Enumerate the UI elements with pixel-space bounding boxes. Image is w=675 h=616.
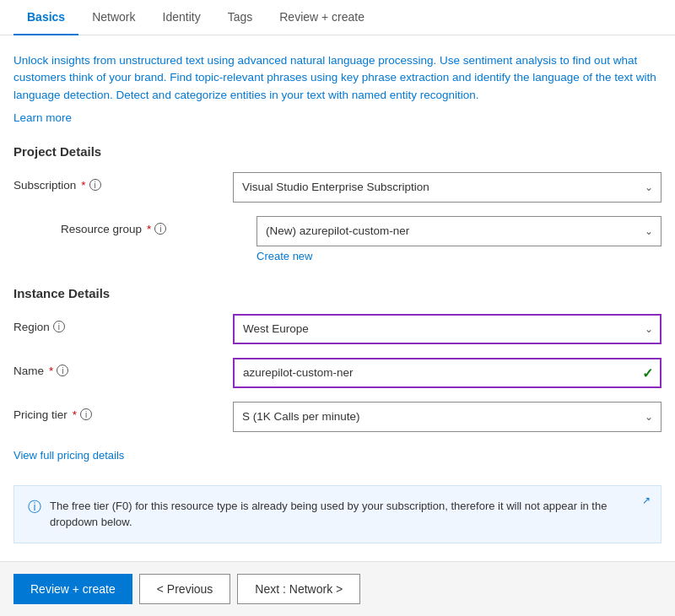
region-info-icon[interactable]: i <box>53 321 65 332</box>
name-row: Name * i ✓ <box>14 358 662 388</box>
pricing-required: * <box>73 408 77 421</box>
next-button[interactable]: Next : Network > <box>237 574 360 604</box>
resource-group-row: Resource group * i (New) azurepilot-cust… <box>14 216 662 262</box>
review-create-button[interactable]: Review + create <box>14 574 132 604</box>
tab-identity[interactable]: Identity <box>149 0 214 35</box>
name-label: Name * i <box>14 358 233 377</box>
create-new-link[interactable]: Create new <box>256 250 312 262</box>
tab-tags[interactable]: Tags <box>214 0 267 35</box>
info-banner-text: The free tier (F0) for this resource typ… <box>50 498 647 531</box>
pricing-tier-select-wrapper: S (1K Calls per minute) ⌄ <box>233 402 662 432</box>
pricing-tier-label: Pricing tier * i <box>14 402 233 421</box>
tab-basics[interactable]: Basics <box>14 0 78 35</box>
tab-review-create[interactable]: Review + create <box>266 0 378 35</box>
info-banner: ⓘ The free tier (F0) for this resource t… <box>14 485 662 543</box>
tab-network[interactable]: Network <box>78 0 148 35</box>
pricing-tier-control: S (1K Calls per minute) ⌄ <box>233 402 662 432</box>
instance-details-section: Instance Details Region i West Europe ⌄ <box>14 286 662 462</box>
tab-bar: Basics Network Identity Tags Review + cr… <box>0 0 675 35</box>
resource-group-select[interactable]: (New) azurepilot-custom-ner <box>256 216 662 246</box>
info-banner-icon: ⓘ <box>28 499 41 516</box>
pricing-tier-row: Pricing tier * i S (1K Calls per minute)… <box>14 402 662 432</box>
resource-group-required: * <box>147 223 151 235</box>
subscription-info-icon[interactable]: i <box>89 179 101 191</box>
name-required: * <box>49 365 53 377</box>
external-link-icon[interactable]: ↗ <box>642 494 651 506</box>
subscription-row: Subscription * i Visual Studio Enterpris… <box>14 172 662 203</box>
project-details-title: Project Details <box>14 144 662 159</box>
view-pricing-link[interactable]: View full pricing details <box>14 449 124 462</box>
subscription-required: * <box>81 179 85 192</box>
name-info-icon[interactable]: i <box>57 365 68 376</box>
resource-group-label: Resource group * i <box>37 216 256 235</box>
description-text: Unlock insights from unstructured text u… <box>14 52 662 104</box>
resource-group-select-wrapper: (New) azurepilot-custom-ner ⌄ <box>256 216 662 246</box>
name-control: ✓ <box>233 358 662 388</box>
region-select[interactable]: West Europe <box>233 314 662 344</box>
name-input-wrapper: ✓ <box>233 358 662 388</box>
subscription-label: Subscription * i <box>14 172 233 192</box>
instance-details-title: Instance Details <box>14 286 662 300</box>
learn-more-link[interactable]: Learn more <box>14 111 72 124</box>
resource-group-info-icon[interactable]: i <box>154 223 166 235</box>
pricing-tier-select[interactable]: S (1K Calls per minute) <box>233 402 662 432</box>
subscription-select-wrapper: Visual Studio Enterprise Subscription ⌄ <box>233 172 662 203</box>
subscription-select[interactable]: Visual Studio Enterprise Subscription <box>233 172 662 203</box>
region-select-wrapper: West Europe ⌄ <box>233 314 662 344</box>
region-row: Region i West Europe ⌄ <box>14 314 662 344</box>
resource-group-control: (New) azurepilot-custom-ner ⌄ Create new <box>256 216 662 262</box>
region-control: West Europe ⌄ <box>233 314 662 344</box>
main-content: Unlock insights from unstructured text u… <box>0 35 675 574</box>
region-label: Region i <box>14 314 233 333</box>
pricing-info-icon[interactable]: i <box>80 408 92 420</box>
previous-button[interactable]: < Previous <box>139 574 231 604</box>
project-details-section: Project Details Subscription * i Visual … <box>14 144 662 262</box>
subscription-control: Visual Studio Enterprise Subscription ⌄ <box>233 172 662 203</box>
name-input[interactable] <box>233 358 662 388</box>
footer-bar: Review + create < Previous Next : Networ… <box>0 561 675 616</box>
name-valid-checkmark-icon: ✓ <box>642 365 653 381</box>
